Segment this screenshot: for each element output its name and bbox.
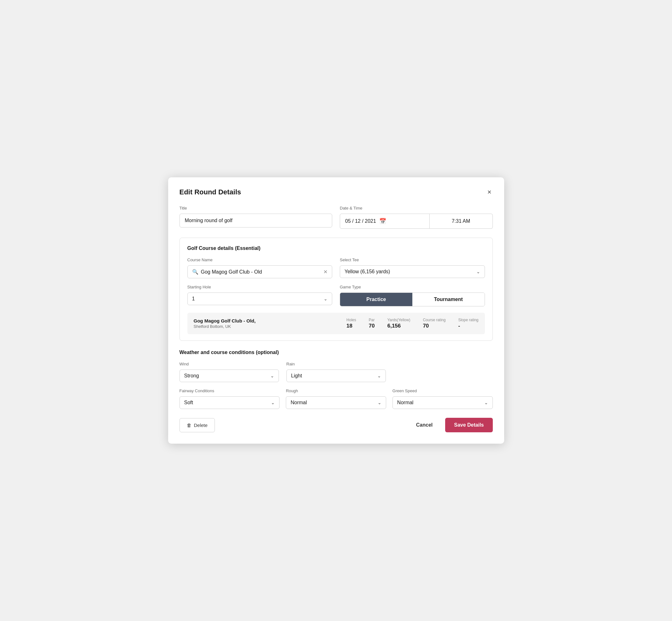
starting-hole-label: Starting Hole [187,285,333,289]
select-tee-value: Yellow (6,156 yards) [344,269,390,275]
chevron-down-icon-6: ⌄ [378,400,381,405]
delete-label: Delete [194,422,208,428]
weather-section-title: Weather and course conditions (optional) [179,349,493,355]
chevron-down-icon-7: ⌄ [484,400,488,405]
starting-hole-dropdown[interactable]: 1 ⌄ [187,292,333,305]
datetime-field-group: Date & Time 05 / 12 / 2021 📅 7:31 AM [340,206,493,229]
fairway-rough-green-row: Fairway Conditions Soft ⌄ Rough Normal ⌄… [179,388,493,409]
rough-label: Rough [286,388,386,393]
rain-group: Rain Light ⌄ [287,362,386,382]
close-button[interactable]: × [486,188,493,197]
time-value: 7:31 AM [452,218,470,224]
hole-gametype-row: Starting Hole 1 ⌄ Game Type Practice Tou… [187,285,485,306]
time-input[interactable]: 7:31 AM [430,214,493,229]
title-label: Title [179,206,333,210]
tournament-button[interactable]: Tournament [412,293,485,306]
starting-hole-group: Starting Hole 1 ⌄ [187,285,333,306]
modal-header: Edit Round Details × [179,188,493,197]
chevron-down-icon-5: ⌄ [271,400,275,405]
rough-group: Rough Normal ⌄ [286,388,386,409]
fairway-dropdown[interactable]: Soft ⌄ [179,396,280,409]
course-name-value: Gog Magog Golf Club - Old [201,269,321,275]
course-name-input[interactable]: 🔍 Gog Magog Golf Club - Old ✕ [187,265,333,278]
title-field-group: Title [179,206,333,229]
game-type-label: Game Type [340,285,485,289]
holes-value: 18 [346,323,352,329]
course-tee-row: Course Name 🔍 Gog Magog Golf Club - Old … [187,257,485,278]
game-type-toggle: Practice Tournament [340,292,485,306]
modal-title: Edit Round Details [179,188,241,196]
slope-rating-stat: Slope rating - [458,318,478,329]
datetime-row: 05 / 12 / 2021 📅 7:31 AM [340,214,493,229]
chevron-down-icon-4: ⌄ [377,373,381,378]
course-info-box: Gog Magog Golf Club - Old, Shelford Bott… [187,313,485,334]
practice-button[interactable]: Practice [340,293,412,306]
title-input[interactable] [179,214,333,227]
green-speed-group: Green Speed Normal ⌄ [392,388,493,409]
search-icon: 🔍 [192,269,199,275]
starting-hole-value: 1 [192,296,195,302]
golf-course-section: Golf Course details (Essential) Course N… [179,238,493,341]
chevron-down-icon-3: ⌄ [270,373,274,378]
course-rating-label: Course rating [423,318,446,322]
yards-stat: Yards(Yellow) 6,156 [387,318,411,329]
select-tee-group: Select Tee Yellow (6,156 yards) ⌄ [340,257,485,278]
chevron-down-icon-2: ⌄ [324,296,328,301]
golf-section-title: Golf Course details (Essential) [187,246,485,251]
wind-value: Strong [184,373,199,379]
fairway-value: Soft [184,400,193,406]
rough-dropdown[interactable]: Normal ⌄ [286,396,386,409]
datetime-label: Date & Time [340,206,493,210]
save-button[interactable]: Save Details [445,418,493,432]
calendar-icon: 📅 [379,218,386,225]
course-name-group: Course Name 🔍 Gog Magog Golf Club - Old … [187,257,333,278]
slope-rating-label: Slope rating [458,318,478,322]
delete-button[interactable]: 🗑 Delete [179,418,215,432]
rain-dropdown[interactable]: Light ⌄ [287,370,386,382]
game-type-group: Game Type Practice Tournament [340,285,485,306]
top-row: Title Date & Time 05 / 12 / 2021 📅 7:31 … [179,206,493,229]
rain-value: Light [291,373,302,379]
course-stats: Holes 18 Par 70 Yards(Yellow) 6,156 Cour… [307,318,478,329]
footer-right: Cancel Save Details [411,418,493,432]
select-tee-dropdown[interactable]: Yellow (6,156 yards) ⌄ [340,265,485,278]
fairway-label: Fairway Conditions [179,388,280,393]
holes-label: Holes [346,318,356,322]
green-speed-label: Green Speed [392,388,493,393]
weather-section: Weather and course conditions (optional)… [179,349,493,409]
chevron-down-icon: ⌄ [476,269,480,274]
par-stat: Par 70 [369,318,375,329]
wind-dropdown[interactable]: Strong ⌄ [179,370,279,382]
rough-value: Normal [291,400,307,406]
yards-label: Yards(Yellow) [387,318,411,322]
course-rating-value: 70 [423,323,429,329]
green-speed-dropdown[interactable]: Normal ⌄ [392,396,493,409]
course-name-address: Gog Magog Golf Club - Old, Shelford Bott… [194,318,307,329]
date-value: 05 / 12 / 2021 [345,218,376,224]
edit-round-modal: Edit Round Details × Title Date & Time 0… [168,177,504,444]
par-label: Par [369,318,375,322]
cancel-button[interactable]: Cancel [411,419,437,431]
footer-row: 🗑 Delete Cancel Save Details [179,418,493,432]
slope-rating-value: - [458,323,460,329]
par-value: 70 [369,323,375,329]
trash-icon: 🗑 [187,422,192,428]
clear-icon[interactable]: ✕ [323,269,328,275]
date-input[interactable]: 05 / 12 / 2021 📅 [340,214,430,229]
select-tee-label: Select Tee [340,257,485,262]
wind-group: Wind Strong ⌄ [179,362,279,382]
fairway-group: Fairway Conditions Soft ⌄ [179,388,280,409]
course-main-name: Gog Magog Golf Club - Old, [194,318,307,323]
green-speed-value: Normal [397,400,414,406]
wind-rain-row: Wind Strong ⌄ Rain Light ⌄ [179,362,493,382]
rain-label: Rain [287,362,386,366]
course-rating-stat: Course rating 70 [423,318,446,329]
course-address: Shelford Bottom, UK [194,324,307,329]
course-name-label: Course Name [187,257,333,262]
yards-value: 6,156 [387,323,401,329]
wind-label: Wind [179,362,279,366]
holes-stat: Holes 18 [346,318,356,329]
